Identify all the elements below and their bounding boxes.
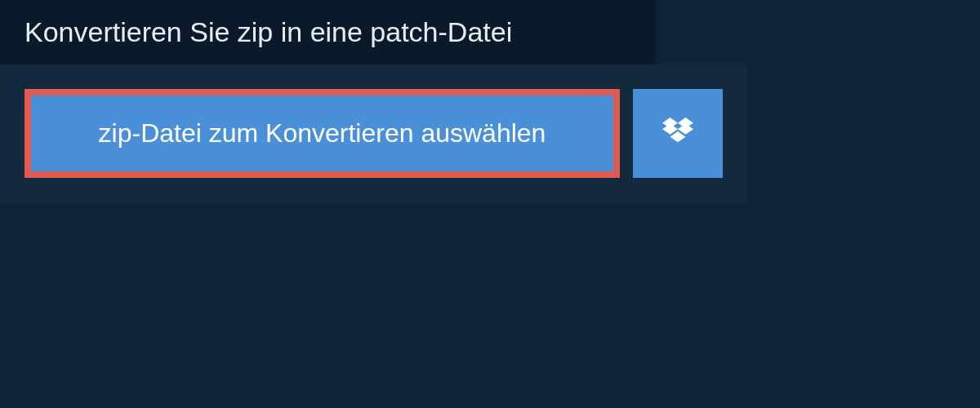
select-file-label: zip-Datei zum Konvertieren auswählen — [99, 118, 546, 149]
page-title: Konvertieren Sie zip in eine patch-Datei — [24, 16, 631, 48]
upload-panel: zip-Datei zum Konvertieren auswählen — [0, 64, 747, 204]
select-file-button[interactable]: zip-Datei zum Konvertieren auswählen — [24, 89, 620, 178]
header-bar: Konvertieren Sie zip in eine patch-Datei — [0, 0, 656, 64]
dropbox-button[interactable] — [633, 89, 723, 178]
dropbox-icon — [662, 118, 693, 150]
